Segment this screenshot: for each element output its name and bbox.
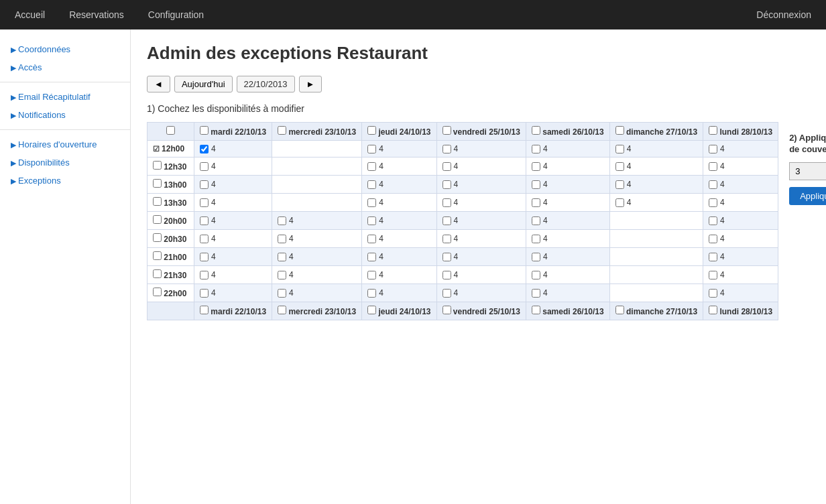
cell-check-6-6[interactable] bbox=[709, 253, 717, 261]
cell-check-8-3[interactable] bbox=[442, 289, 451, 298]
cell-check-5-2[interactable] bbox=[367, 235, 376, 243]
cell-check-7-6[interactable] bbox=[709, 271, 717, 279]
cell-1-2[interactable]: 4 bbox=[362, 158, 436, 176]
cell-check-1-5[interactable] bbox=[615, 162, 624, 171]
row-check-7[interactable] bbox=[153, 269, 162, 278]
today-button[interactable]: Aujourd'hui bbox=[174, 76, 233, 92]
cell-4-2[interactable]: 4 bbox=[362, 212, 436, 230]
cell-check-0-6[interactable] bbox=[709, 145, 717, 153]
cell-check-4-1[interactable] bbox=[278, 216, 286, 225]
cell-0-6[interactable]: 4 bbox=[703, 141, 778, 158]
cell-check-0-4[interactable] bbox=[532, 145, 540, 153]
col-check-4[interactable] bbox=[532, 126, 540, 135]
row-check-5[interactable] bbox=[153, 233, 162, 242]
cell-7-4[interactable]: 4 bbox=[526, 266, 609, 284]
row-check-2[interactable] bbox=[153, 179, 162, 188]
cell-7-6[interactable]: 4 bbox=[703, 266, 778, 284]
cell-8-2[interactable]: 4 bbox=[362, 284, 436, 302]
col-check-4[interactable] bbox=[532, 306, 540, 314]
cell-check-4-3[interactable] bbox=[442, 216, 451, 225]
cell-check-2-6[interactable] bbox=[709, 180, 717, 189]
cell-check-5-0[interactable] bbox=[200, 235, 209, 243]
col-check-5[interactable] bbox=[615, 306, 624, 314]
cell-check-6-1[interactable] bbox=[278, 253, 286, 261]
prev-button[interactable]: ◄ bbox=[147, 76, 170, 92]
cell-check-4-2[interactable] bbox=[367, 216, 376, 225]
cell-check-1-6[interactable] bbox=[709, 162, 717, 171]
cell-check-5-6[interactable] bbox=[709, 235, 717, 243]
cell-6-0[interactable]: 4 bbox=[194, 248, 272, 266]
cell-check-3-0[interactable] bbox=[200, 198, 209, 207]
col-check-2[interactable] bbox=[367, 126, 376, 135]
cell-check-8-4[interactable] bbox=[532, 289, 540, 298]
col-check-3[interactable] bbox=[442, 306, 451, 314]
sidebar-item-acces[interactable]: Accès bbox=[0, 58, 130, 76]
couverts-select[interactable]: 12345678910 bbox=[789, 162, 826, 180]
cell-check-1-3[interactable] bbox=[442, 162, 451, 171]
cell-check-7-1[interactable] bbox=[278, 271, 286, 279]
cell-0-2[interactable]: 4 bbox=[362, 141, 436, 158]
sidebar-item-coordonnees[interactable]: Coordonnées bbox=[0, 40, 130, 58]
cell-7-2[interactable]: 4 bbox=[362, 266, 436, 284]
cell-2-4[interactable]: 4 bbox=[526, 176, 609, 194]
sidebar-item-email-recap[interactable]: Email Récapitulatif bbox=[0, 88, 130, 106]
cell-2-3[interactable]: 4 bbox=[436, 176, 526, 194]
row-check-3[interactable] bbox=[153, 197, 162, 206]
cell-check-7-2[interactable] bbox=[367, 271, 376, 279]
cell-5-0[interactable]: 4 bbox=[194, 230, 272, 248]
cell-check-7-0[interactable] bbox=[200, 271, 209, 279]
cell-1-4[interactable]: 4 bbox=[526, 158, 609, 176]
cell-check-7-3[interactable] bbox=[442, 271, 451, 279]
row-check-1[interactable] bbox=[153, 161, 162, 170]
cell-check-0-2[interactable] bbox=[367, 145, 376, 153]
apply-button[interactable]: Appliquer bbox=[789, 187, 826, 205]
cell-4-6[interactable]: 4 bbox=[703, 212, 778, 230]
cell-3-0[interactable]: 4 bbox=[194, 194, 272, 212]
cell-check-3-5[interactable] bbox=[615, 198, 624, 207]
cell-check-7-4[interactable] bbox=[532, 271, 540, 279]
cell-check-3-2[interactable] bbox=[367, 198, 376, 207]
cell-3-4[interactable]: 4 bbox=[526, 194, 609, 212]
cell-check-8-6[interactable] bbox=[709, 289, 717, 298]
cell-check-1-2[interactable] bbox=[367, 162, 376, 171]
select-all-time[interactable] bbox=[166, 126, 175, 135]
cell-1-6[interactable]: 4 bbox=[703, 158, 778, 176]
cell-check-2-5[interactable] bbox=[615, 180, 624, 189]
col-check-2[interactable] bbox=[367, 306, 376, 314]
cell-check-0-0[interactable] bbox=[200, 145, 209, 153]
cell-8-1[interactable]: 4 bbox=[272, 284, 362, 302]
row-check-4[interactable] bbox=[153, 215, 162, 224]
cell-7-1[interactable]: 4 bbox=[272, 266, 362, 284]
sidebar-item-horaires[interactable]: Horaires d'ouverture bbox=[0, 135, 130, 153]
cell-check-1-0[interactable] bbox=[200, 162, 209, 171]
cell-check-2-4[interactable] bbox=[532, 180, 540, 189]
cell-check-5-1[interactable] bbox=[278, 235, 286, 243]
cell-7-0[interactable]: 4 bbox=[194, 266, 272, 284]
cell-check-0-5[interactable] bbox=[615, 145, 624, 153]
cell-2-5[interactable]: 4 bbox=[609, 176, 703, 194]
col-check-1[interactable] bbox=[278, 126, 286, 135]
cell-check-8-0[interactable] bbox=[200, 289, 209, 298]
cell-check-4-6[interactable] bbox=[709, 216, 717, 225]
cell-check-6-2[interactable] bbox=[367, 253, 376, 261]
cell-3-5[interactable]: 4 bbox=[609, 194, 703, 212]
cell-check-0-3[interactable] bbox=[442, 145, 451, 153]
col-check-6[interactable] bbox=[709, 306, 717, 314]
row-check-8[interactable] bbox=[153, 288, 162, 296]
cell-0-5[interactable]: 4 bbox=[609, 141, 703, 158]
cell-check-2-0[interactable] bbox=[200, 180, 209, 189]
sidebar-item-notifications[interactable]: Notifications bbox=[0, 106, 130, 124]
cell-8-3[interactable]: 4 bbox=[436, 284, 526, 302]
cell-check-4-4[interactable] bbox=[532, 216, 540, 225]
cell-check-8-2[interactable] bbox=[367, 289, 376, 298]
next-button[interactable]: ► bbox=[299, 76, 322, 92]
cell-6-4[interactable]: 4 bbox=[526, 248, 609, 266]
cell-8-4[interactable]: 4 bbox=[526, 284, 609, 302]
cell-2-2[interactable]: 4 bbox=[362, 176, 436, 194]
col-check-6[interactable] bbox=[709, 126, 717, 135]
cell-check-5-4[interactable] bbox=[532, 235, 540, 243]
cell-check-6-3[interactable] bbox=[442, 253, 451, 261]
logout-link[interactable]: Déconnexion bbox=[752, 7, 815, 23]
row-check-6[interactable] bbox=[153, 251, 162, 260]
col-check-5[interactable] bbox=[615, 126, 624, 135]
